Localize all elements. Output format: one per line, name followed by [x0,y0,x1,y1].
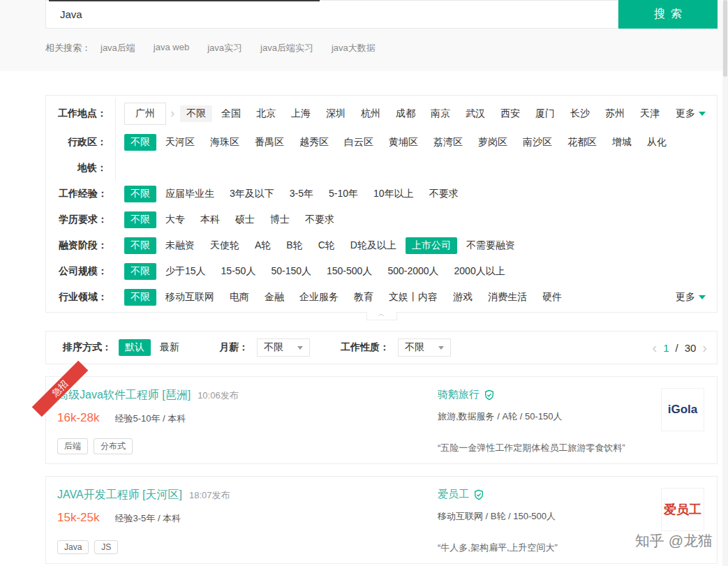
search-input[interactable] [45,0,618,29]
filter-option[interactable]: 上市公司 [406,237,457,254]
filter-option[interactable]: 白云区 [338,134,380,151]
filter-option[interactable]: 从化 [641,134,673,151]
filter-option[interactable]: 5-10年 [322,186,364,202]
related-search-link[interactable]: java大数据 [332,42,376,54]
filter-option[interactable]: 文娱丨内容 [382,289,444,306]
prev-page-button[interactable]: ‹ [652,341,657,355]
filter-option[interactable]: 不限 [124,186,156,202]
filter-option[interactable]: 天津 [634,105,666,122]
related-search-link[interactable]: java实习 [207,42,242,54]
filter-option[interactable]: 越秀区 [293,134,335,151]
filter-option[interactable]: 企业服务 [293,289,345,306]
filter-option[interactable]: 3年及以下 [223,186,281,202]
related-search-link[interactable]: java web [154,42,189,54]
filter-option[interactable]: 北京 [250,105,282,122]
sort-label: 排序方式： [63,341,112,354]
job-card[interactable]: JAVA开发工程师 [天河区]18:07发布15k-25k经验3-5年 / 本科… [45,476,718,564]
filter-option[interactable]: 荔湾区 [427,134,469,151]
current-city-chip[interactable]: 广州 [124,103,166,125]
filter-option[interactable]: 武汉 [459,105,491,122]
filter-option[interactable]: 150-500人 [320,263,378,280]
filter-option[interactable]: 金融 [258,289,290,306]
filter-option[interactable]: 苏州 [599,105,631,122]
filter-option[interactable]: 不限 [124,237,156,254]
filter-option[interactable]: 黄埔区 [382,134,424,151]
company-name-link[interactable]: 骑鹅旅行 [438,388,480,401]
job-title-link[interactable]: JAVA开发工程师 [天河区] [57,488,182,502]
filter-option[interactable]: 大专 [159,211,191,228]
filter-option[interactable]: 教育 [348,289,380,306]
scrollbar-thumb[interactable] [723,0,727,77]
filter-option[interactable]: 应届毕业生 [159,186,221,202]
filter-option[interactable]: 花都区 [561,134,603,151]
scrollbar-track[interactable] [722,0,728,566]
filter-option[interactable]: 不需要融资 [460,237,521,254]
search-button[interactable]: 搜索 [618,0,718,29]
filter-option[interactable]: 不限 [124,134,156,151]
filter-option[interactable]: 杭州 [355,105,387,122]
filter-option[interactable]: 成都 [389,105,422,122]
filter-option[interactable]: 海珠区 [204,134,246,151]
filter-option[interactable]: B轮 [280,237,309,254]
related-search-link[interactable]: java后端实习 [260,42,313,54]
filter-option[interactable]: 游戏 [447,289,479,306]
filter-option[interactable]: 不限 [124,263,156,280]
filter-option[interactable]: D轮及以上 [344,237,403,254]
filter-option[interactable]: 2000人以上 [448,263,512,280]
job-nature-dropdown[interactable]: 不限 [398,338,451,357]
filter-option[interactable]: 500-2000人 [381,263,445,280]
filter-row-label: 地铁： [46,155,116,181]
more-button[interactable]: 更多 [676,107,717,120]
filter-option[interactable]: 少于15人 [159,263,212,280]
filter-option[interactable]: 移动互联网 [159,289,221,306]
filter-option[interactable]: 10年以上 [367,186,420,202]
filter-option[interactable]: 不限 [180,105,212,122]
salary-dropdown[interactable]: 不限 [257,338,310,357]
company-logo-text: iGola [668,403,698,417]
filter-option[interactable]: 深圳 [320,105,352,122]
filter-option[interactable]: 本科 [194,211,226,228]
sort-option[interactable]: 默认 [119,339,151,356]
filter-option[interactable]: 南沙区 [517,134,558,151]
filter-option[interactable]: 博士 [264,211,296,228]
filter-option[interactable]: 50-150人 [265,263,318,280]
collapse-filters-button[interactable]: ︿ [366,312,397,320]
more-button[interactable]: 更多 [676,291,717,304]
more-label: 更多 [676,291,695,304]
filter-option[interactable]: 南京 [424,105,456,122]
filter-option[interactable]: 消费生活 [482,289,533,306]
filter-option[interactable]: 未融资 [159,237,201,254]
filter-option[interactable]: 不要求 [423,186,465,202]
filter-option[interactable]: 硕士 [229,211,261,228]
company-name-link[interactable]: 爱员工 [438,488,469,501]
filter-option[interactable]: 不限 [124,289,156,306]
filter-option[interactable]: 天使轮 [204,237,246,254]
filter-option[interactable]: 萝岗区 [472,134,514,151]
filter-option[interactable]: 不限 [124,211,156,228]
filter-option[interactable]: 番禺区 [248,134,290,151]
job-salary: 16k-28k [57,411,99,425]
filter-option[interactable]: 厦门 [529,105,561,122]
filter-option[interactable]: 3-5年 [283,186,320,202]
filter-option[interactable]: 上海 [285,105,317,122]
related-links: java后端java webjava实习java后端实习java大数据 [101,42,394,54]
next-page-button[interactable]: › [702,341,707,355]
filter-option[interactable]: 15-50人 [215,263,262,280]
job-card[interactable]: 急招高级Java软件工程师 [琶洲]10:06发布16k-28k经验5-10年 … [45,376,718,464]
company-row: 爱员工 [438,488,650,501]
filter-option[interactable]: 硬件 [536,289,568,306]
filter-option[interactable]: 西安 [494,105,526,122]
filter-option[interactable]: 天河区 [159,134,201,151]
job-requirements: 经验3-5年 / 本科 [114,512,181,525]
chevron-right-icon: › [170,106,174,121]
filter-option[interactable]: 增城 [606,134,638,151]
job-title-link[interactable]: 高级Java软件工程师 [琶洲] [57,388,191,403]
filter-option[interactable]: 电商 [223,289,255,306]
filter-option[interactable]: C轮 [312,237,341,254]
filter-option[interactable]: A轮 [248,237,277,254]
filter-option[interactable]: 全国 [215,105,247,122]
sort-option[interactable]: 最新 [154,339,186,356]
related-search-link[interactable]: java后端 [101,42,135,54]
filter-option[interactable]: 长沙 [564,105,596,122]
filter-option[interactable]: 不要求 [299,211,341,228]
